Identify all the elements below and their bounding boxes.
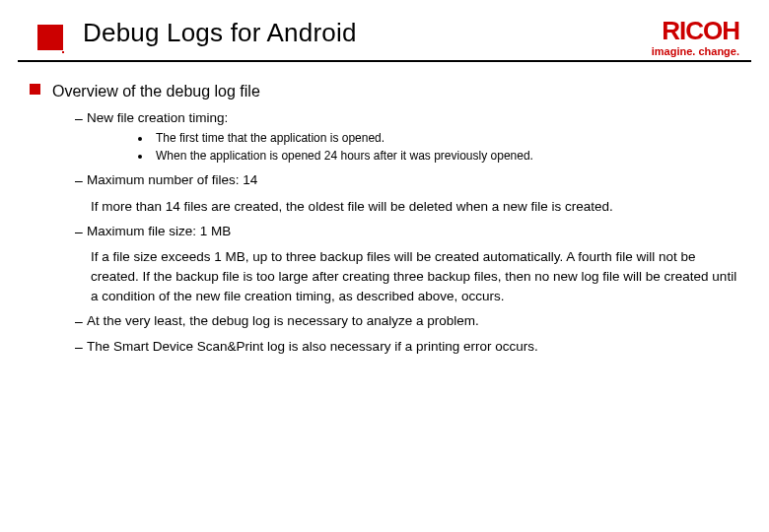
dot-icon — [138, 137, 142, 141]
item-maxsize: – Maximum file size: 1 MB — [75, 222, 739, 241]
brand-logo: RICOH imagine. change. — [652, 18, 739, 57]
square-bullet-icon — [30, 84, 40, 95]
divider — [18, 60, 751, 62]
page-title: Debug Logs for Android — [83, 18, 357, 48]
dot-icon — [138, 155, 142, 159]
dash-icon: – — [75, 311, 87, 331]
item-scanprint: – The Smart Device Scan&Print log is als… — [75, 337, 739, 357]
item-atleast: – At the very least, the debug log is ne… — [75, 311, 739, 331]
timing-bullet-2: When the application is opened 24 hours … — [138, 148, 739, 165]
item-timing-label: New file creation timing: — [87, 108, 228, 128]
timing-bullet-2-text: When the application is opened 24 hours … — [156, 148, 533, 165]
dash-icon: – — [75, 108, 87, 128]
item-maxfiles-label: Maximum number of files: 14 — [87, 170, 257, 190]
item-maxfiles: – Maximum number of files: 14 — [75, 170, 739, 190]
timing-bullet-1: The first time that the application is o… — [138, 130, 739, 147]
title-bullet-icon — [37, 25, 63, 50]
dash-icon: – — [75, 170, 87, 190]
content: Overview of the debug log file – New fil… — [0, 62, 769, 358]
dash-icon: – — [75, 337, 87, 357]
section-heading-row: Overview of the debug log file — [30, 80, 739, 102]
section-heading: Overview of the debug log file — [52, 80, 260, 102]
header: Debug Logs for Android RICOH imagine. ch… — [0, 0, 769, 62]
timing-bullet-1-text: The first time that the application is o… — [156, 130, 384, 147]
slide: Debug Logs for Android RICOH imagine. ch… — [0, 0, 769, 532]
maxfiles-note: If more than 14 files are created, the o… — [91, 197, 739, 217]
brand-tagline: imagine. change. — [652, 45, 739, 57]
brand-name: RICOH — [652, 18, 739, 43]
dash-icon: – — [75, 222, 87, 241]
item-timing: – New file creation timing: — [75, 108, 739, 128]
item-scanprint-text: The Smart Device Scan&Print log is also … — [87, 337, 538, 357]
item-atleast-text: At the very least, the debug log is nece… — [87, 311, 479, 331]
maxsize-note: If a file size exceeds 1 MB, up to three… — [91, 247, 739, 305]
item-maxsize-label: Maximum file size: 1 MB — [87, 222, 231, 241]
